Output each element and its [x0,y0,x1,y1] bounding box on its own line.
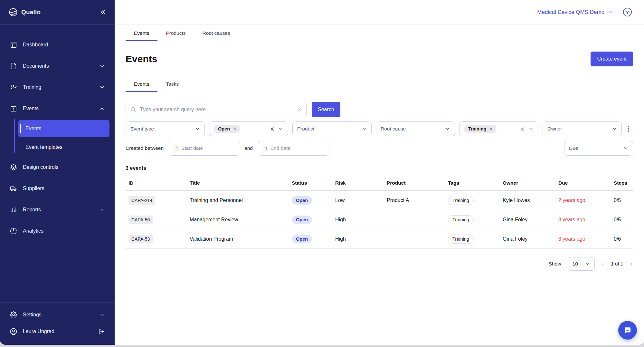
help-glyph: ? [626,9,629,15]
org-switcher[interactable]: Medical Device QMS Demo [537,9,613,15]
truck-icon [10,185,17,192]
search-icon [130,106,136,114]
table-row[interactable]: CAPA-53 Validation Program Open High Tra… [126,229,633,249]
tab-events[interactable]: Events [126,24,157,41]
topbar: Medical Device QMS Demo ? [115,0,644,24]
col-id: ID [126,180,187,186]
page-size-select[interactable]: 10 [568,257,595,271]
next-page-icon[interactable]: › [630,260,633,267]
subtab-events[interactable]: Events [126,75,157,92]
filter-owner[interactable]: Owner [543,121,622,136]
search-input[interactable] [126,102,307,117]
event-due: 2 years ago [555,198,611,203]
sidebar-item-analytics[interactable]: Analytics [5,224,109,238]
chevron-down-icon [585,262,590,266]
event-id-badge: CAPA-53 [128,235,153,243]
sidebar-item-suppliers[interactable]: Suppliers [5,181,109,196]
chevron-down-icon [99,207,105,213]
filter-label: Root cause [381,126,406,132]
user-name: Laura Ungrad [23,329,54,334]
primary-tabs: Events Products Root causes [126,24,633,41]
tab-root-causes[interactable]: Root causes [194,24,239,41]
page-header: Events Create event [126,52,633,66]
date-filter-row: Created between and Due [126,141,633,156]
sidebar-item-design-controls[interactable]: Design controls [5,160,109,175]
more-filters-icon[interactable] [626,125,631,133]
table-row[interactable]: CAPA-56 Management Review Open High Trai… [126,210,633,229]
org-name: Medical Device QMS Demo [537,9,604,15]
end-date-field [258,141,329,156]
sidebar-item-dashboard[interactable]: Dashboard [5,37,109,52]
main-area: Medical Device QMS Demo ? Events Product… [115,0,644,345]
calendar-icon [173,146,178,151]
clear-filter-icon[interactable] [520,126,525,132]
layers-icon [10,164,17,171]
chevron-down-icon [99,84,105,90]
page-title: Events [126,53,157,64]
tag-filter-pill: Training [464,125,497,133]
results-count: 3 events [126,165,633,171]
end-date-input[interactable] [270,145,325,151]
search-button[interactable]: Search [312,102,340,117]
col-owner: Owner [500,180,555,186]
event-risk: Low [332,198,384,203]
page-content: Events Products Root causes Events Creat… [115,24,644,345]
chevron-down-icon [623,146,628,151]
status-badge: Open [292,235,312,243]
tab-products[interactable]: Products [157,24,194,41]
filter-label: Owner [547,126,562,132]
col-title: Title [187,180,289,186]
create-event-button[interactable]: Create event [591,52,633,66]
status-filter-pill: Open [214,125,240,133]
col-due: Due [555,180,611,186]
secondary-tabs: Events Tasks [126,75,633,92]
chevron-down-icon [608,9,613,15]
filter-row: Event type Open [126,121,633,136]
filter-status[interactable]: Open [209,121,288,136]
search-clear-icon[interactable] [297,107,302,112]
filter-due[interactable]: Due [564,141,633,156]
chat-launcher-button[interactable] [618,321,637,340]
sidebar-user[interactable]: Laura Ungrad [5,324,109,339]
filter-root-cause[interactable]: Root cause [376,121,455,136]
col-tags: Tags [445,180,500,186]
table-header: ID Title Status Risk Product Tags Owner … [126,177,633,191]
and-label: and [244,145,253,151]
sidebar-header: Qualio [0,0,115,24]
sidebar-collapse-icon[interactable] [99,9,106,16]
sidebar-item-settings[interactable]: Settings [5,307,109,322]
sidebar-item-events[interactable]: Events [5,101,109,116]
tag-badge: Training [448,235,474,244]
sidebar-nav: Dashboard Documents Training [0,24,115,303]
clear-filter-icon[interactable] [270,126,275,132]
filter-event-type[interactable]: Event type [126,121,205,136]
filter-tags[interactable]: Training [459,121,538,136]
sidebar-subitem-events[interactable]: Events [18,120,109,137]
subnav-tree-line [14,119,15,153]
remove-pill-icon[interactable] [232,127,237,131]
chevron-down-icon [195,126,200,131]
remove-pill-icon[interactable] [489,127,493,131]
col-status: Status [289,180,332,186]
chevron-down-icon [528,126,534,131]
tag-badge: Training [448,215,474,224]
calendar-alert-icon [10,105,17,112]
table-row[interactable]: CAPA-214 Training and Personnel Open Low… [126,191,633,210]
sidebar-subitem-event-templates[interactable]: Event templates [18,140,109,155]
sidebar-item-documents[interactable]: Documents [5,59,109,73]
sidebar-item-label: Dashboard [23,42,48,48]
sidebar-item-training[interactable]: Training [5,80,109,95]
filter-label: Event type [130,126,154,132]
start-date-input[interactable] [181,145,236,151]
prev-page-icon[interactable]: ‹ [601,260,604,267]
help-icon[interactable]: ? [623,8,632,16]
qualio-logo-icon [8,7,18,17]
bar-chart-icon [10,206,17,213]
sidebar-item-label: Design controls [23,164,58,170]
sidebar-item-label: Events [25,126,41,131]
event-title: Training and Personnel [187,198,289,203]
filter-product[interactable]: Product [292,121,372,136]
subtab-tasks[interactable]: Tasks [157,75,187,92]
logout-icon[interactable] [98,328,105,335]
sidebar-item-reports[interactable]: Reports [5,202,109,217]
